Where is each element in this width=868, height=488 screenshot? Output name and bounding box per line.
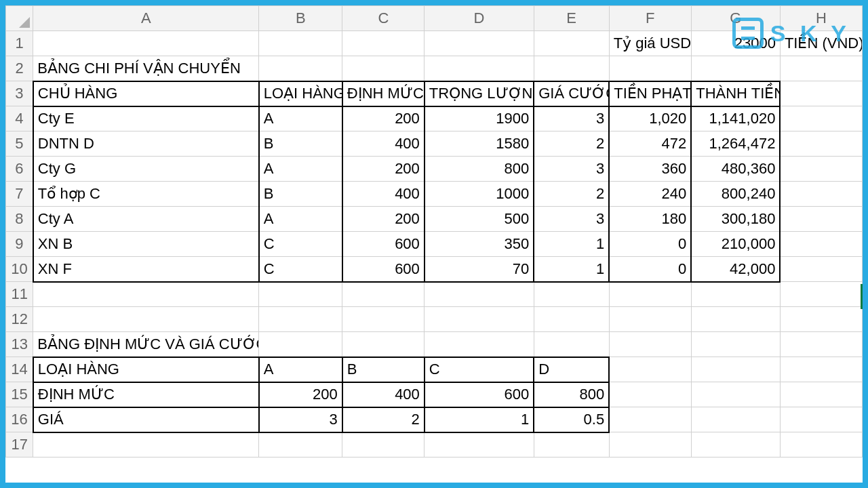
row-11[interactable]: 11: [6, 282, 863, 307]
cell[interactable]: [342, 31, 425, 56]
cell-gia-cuoc[interactable]: 1: [534, 232, 609, 257]
cell-gia-cuoc[interactable]: 3: [534, 157, 609, 182]
cell-tien-vnd[interactable]: TIỀN (VND): [780, 31, 862, 56]
cell-gia-cuoc[interactable]: 3: [534, 207, 609, 232]
cell-dinh-muc[interactable]: 200: [342, 157, 425, 182]
row-header[interactable]: 9: [6, 232, 33, 257]
cell-chu-hang[interactable]: XN B: [33, 232, 259, 257]
col-header-E[interactable]: E: [534, 6, 609, 31]
cell-tien-phat[interactable]: 472: [609, 131, 691, 157]
cell-tien-phat[interactable]: 1,020: [609, 106, 691, 131]
cell-thanh-tien[interactable]: 1,141,020: [691, 106, 780, 131]
t2-dinh-muc-label[interactable]: ĐỊNH MỨC: [33, 382, 259, 407]
cell[interactable]: [33, 31, 259, 56]
cell[interactable]: [342, 332, 425, 357]
row-header[interactable]: 5: [6, 131, 33, 157]
cell-gia-cuoc[interactable]: 1: [534, 257, 609, 282]
row-header[interactable]: 14: [6, 357, 33, 382]
row-13[interactable]: 13 BẢNG ĐỊNH MỨC VÀ GIÁ CƯỚC: [6, 332, 863, 357]
cell[interactable]: [33, 432, 259, 458]
cell[interactable]: [259, 432, 342, 458]
table-row[interactable]: 7 Tổ hợp CB40010002240800,240: [6, 182, 863, 207]
cell[interactable]: [534, 307, 609, 332]
cell-trong-luong[interactable]: 350: [425, 232, 534, 257]
cell[interactable]: [691, 432, 780, 458]
cell-trong-luong[interactable]: 70: [425, 257, 534, 282]
cell-thanh-tien[interactable]: 210,000: [691, 232, 780, 257]
t2-dm-D[interactable]: 800: [534, 382, 609, 407]
col-header-A[interactable]: A: [33, 6, 259, 31]
cell-loai-hang[interactable]: B: [259, 131, 342, 157]
row-2[interactable]: 2 BẢNG CHI PHÍ VẬN CHUYỂN: [6, 56, 863, 81]
cell[interactable]: [534, 282, 609, 307]
col-header-D[interactable]: D: [425, 6, 534, 31]
cell[interactable]: [534, 56, 609, 81]
cell-loai-hang[interactable]: A: [259, 106, 342, 131]
cell-trong-luong[interactable]: 1580: [425, 131, 534, 157]
cell[interactable]: [780, 307, 862, 332]
cell-tien-phat[interactable]: 240: [609, 182, 691, 207]
cell[interactable]: [691, 407, 780, 432]
cell[interactable]: [780, 56, 862, 81]
cell[interactable]: [609, 432, 691, 458]
cell-dinh-muc[interactable]: 200: [342, 207, 425, 232]
row-header[interactable]: 2: [6, 56, 33, 81]
hdr-thanh-tien[interactable]: THÀNH TIỀN: [691, 81, 780, 106]
cell[interactable]: [609, 307, 691, 332]
row-16[interactable]: 16 GIÁ 3 2 1 0.5: [6, 407, 863, 432]
cell-thanh-tien[interactable]: 1,264,472: [691, 131, 780, 157]
cell[interactable]: [609, 282, 691, 307]
cell-dinh-muc[interactable]: 600: [342, 257, 425, 282]
cell-loai-hang[interactable]: A: [259, 157, 342, 182]
t2-dm-C[interactable]: 600: [425, 382, 534, 407]
cell-thanh-tien[interactable]: 480,360: [691, 157, 780, 182]
select-all-corner[interactable]: [6, 6, 33, 31]
cell[interactable]: [534, 332, 609, 357]
col-header-C[interactable]: C: [342, 6, 425, 31]
cell[interactable]: [425, 432, 534, 458]
t2-dm-A[interactable]: 200: [259, 382, 342, 407]
cell[interactable]: [780, 357, 862, 382]
cell-chu-hang[interactable]: Tổ hợp C: [33, 182, 259, 207]
cell[interactable]: [259, 56, 342, 81]
cell[interactable]: [342, 282, 425, 307]
cell[interactable]: [609, 407, 691, 432]
cell-tien-phat[interactable]: 0: [609, 257, 691, 282]
cell-dinh-muc[interactable]: 400: [342, 131, 425, 157]
cell[interactable]: [691, 382, 780, 407]
cell-tien-phat[interactable]: 180: [609, 207, 691, 232]
cell-thanh-tien[interactable]: 42,000: [691, 257, 780, 282]
cell[interactable]: [691, 307, 780, 332]
row-header[interactable]: 8: [6, 207, 33, 232]
cell-loai-hang[interactable]: B: [259, 182, 342, 207]
t2-col-A[interactable]: A: [259, 357, 342, 382]
cell[interactable]: [259, 332, 342, 357]
t2-hdr-loai[interactable]: LOẠI HÀNG: [33, 357, 259, 382]
cell-dinh-muc[interactable]: 600: [342, 232, 425, 257]
cell[interactable]: [780, 432, 862, 458]
cell[interactable]: [780, 81, 862, 106]
table-row[interactable]: 10XN FC600701042,000: [6, 257, 863, 282]
row-header[interactable]: 15: [6, 382, 33, 407]
cell-thanh-tien[interactable]: 300,180: [691, 207, 780, 232]
cell[interactable]: [780, 207, 862, 232]
row-header[interactable]: 17: [6, 432, 33, 458]
cell[interactable]: [780, 182, 862, 207]
cell[interactable]: [259, 282, 342, 307]
cell[interactable]: [780, 106, 862, 131]
cell-dinh-muc[interactable]: 200: [342, 106, 425, 131]
row-header[interactable]: 7: [6, 182, 33, 207]
cell[interactable]: [425, 282, 534, 307]
row-header[interactable]: 12: [6, 307, 33, 332]
cell[interactable]: [780, 382, 862, 407]
t2-gia-C[interactable]: 1: [425, 407, 534, 432]
col-header-H[interactable]: H: [780, 6, 862, 31]
cell-dinh-muc[interactable]: 400: [342, 182, 425, 207]
t2-col-D[interactable]: D: [534, 357, 609, 382]
cell-chu-hang[interactable]: XN F: [33, 257, 259, 282]
t2-col-C[interactable]: C: [425, 357, 534, 382]
row-header[interactable]: 6: [6, 157, 33, 182]
col-header-G[interactable]: G: [691, 6, 780, 31]
col-header-F[interactable]: F: [609, 6, 691, 31]
title-bang-dinh-muc[interactable]: BẢNG ĐỊNH MỨC VÀ GIÁ CƯỚC: [33, 332, 259, 357]
